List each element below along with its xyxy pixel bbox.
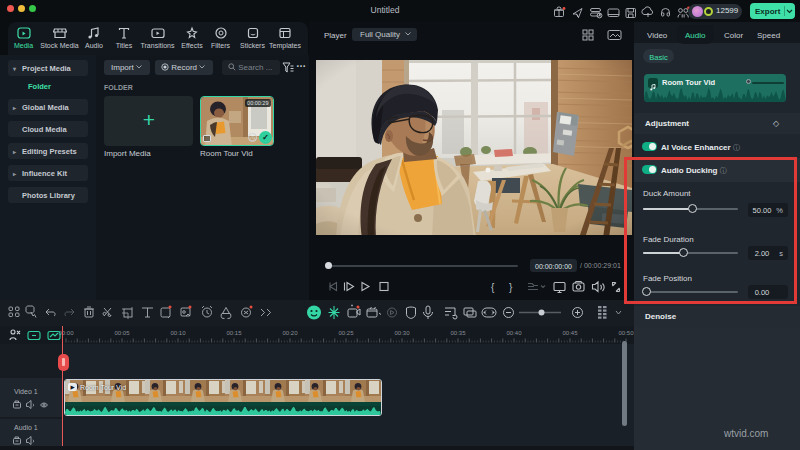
svg-text:{: { xyxy=(491,282,495,293)
svg-text:00:30: 00:30 xyxy=(394,330,410,336)
svg-text:00:20: 00:20 xyxy=(282,330,298,336)
svg-text:00:45: 00:45 xyxy=(562,330,578,336)
svg-text:}: } xyxy=(509,282,513,293)
svg-text:00:35: 00:35 xyxy=(450,330,466,336)
svg-text:00:40: 00:40 xyxy=(506,330,522,336)
svg-text:00:05: 00:05 xyxy=(114,330,130,336)
svg-text:00:25: 00:25 xyxy=(338,330,354,336)
svg-text:00:15: 00:15 xyxy=(226,330,242,336)
svg-text:00:10: 00:10 xyxy=(170,330,186,336)
svg-text:00:50: 00:50 xyxy=(618,330,634,336)
